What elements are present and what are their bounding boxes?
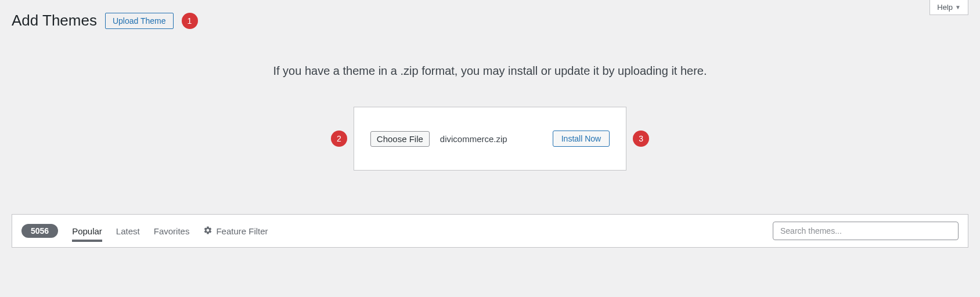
choose-file-button[interactable]: Choose File (370, 131, 430, 147)
tab-popular[interactable]: Popular (72, 223, 102, 242)
feature-filter-label: Feature Filter (216, 226, 268, 236)
filter-bar: 5056 Popular Latest Favorites Feature Fi… (12, 214, 968, 248)
page-header: Add Themes Upload Theme 1 (0, 0, 980, 35)
annotation-badge-2: 2 (331, 131, 347, 147)
gear-icon (203, 226, 212, 237)
tab-feature-filter[interactable]: Feature Filter (203, 226, 268, 237)
annotation-badge-3: 3 (633, 131, 649, 147)
annotation-badge-1: 1 (182, 13, 198, 29)
tab-favorites[interactable]: Favorites (154, 223, 190, 240)
upload-form: 2 Choose File divicommerce.zip Install N… (354, 107, 626, 171)
theme-count-pill: 5056 (21, 224, 58, 238)
upload-theme-button[interactable]: Upload Theme (105, 13, 174, 29)
upload-help-text: If you have a theme in a .zip format, yo… (12, 64, 968, 78)
selected-filename: divicommerce.zip (440, 134, 507, 144)
upload-area: If you have a theme in a .zip format, yo… (0, 35, 980, 188)
help-label: Help (937, 3, 953, 12)
help-tab[interactable]: Help ▼ (929, 0, 968, 15)
chevron-down-icon: ▼ (955, 4, 961, 10)
tab-latest[interactable]: Latest (116, 223, 140, 240)
search-input[interactable] (773, 222, 959, 240)
search-wrap (773, 222, 959, 240)
install-now-button[interactable]: Install Now (553, 131, 610, 147)
page-title: Add Themes (12, 12, 97, 30)
